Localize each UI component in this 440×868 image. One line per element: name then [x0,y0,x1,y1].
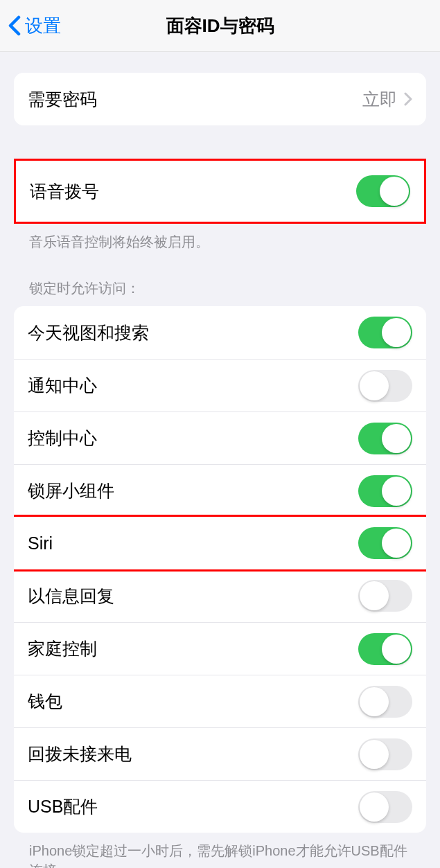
toggle-knob [360,740,389,769]
voice-dial-label: 语音拨号 [30,180,99,203]
allow-access-row: 控制中心 [14,411,426,464]
require-passcode-label: 需要密码 [28,88,97,111]
toggle-knob [382,318,411,347]
toggle-knob [360,687,389,716]
chevron-right-icon [404,92,412,106]
allow-access-label: 锁屏小组件 [28,479,114,502]
allow-access-label: 控制中心 [28,427,97,450]
highlight-wrapper: Siri [14,515,426,572]
allow-access-label: 钱包 [28,690,62,713]
page-title: 面容ID与密码 [166,14,274,38]
back-button[interactable]: 设置 [0,14,61,38]
allow-access-toggle[interactable] [358,317,412,348]
row-right: 立即 [362,88,412,111]
allow-access-toggle[interactable] [358,475,412,507]
allow-access-row: 家庭控制 [14,622,426,675]
require-passcode-group: 需要密码 立即 [14,73,426,125]
voice-dial-group: 语音拨号 [14,159,426,224]
toggle-knob [360,371,389,400]
allow-access-row: Siri [14,517,426,569]
allow-access-label: 通知中心 [28,374,97,397]
require-passcode-value: 立即 [362,88,397,111]
back-label: 设置 [25,14,61,38]
toggle-knob [380,177,409,206]
toggle-knob [360,581,389,610]
toggle-knob [360,792,389,822]
allow-access-label: Siri [28,533,53,553]
allow-access-toggle[interactable] [358,791,412,823]
allow-access-label: 回拨未接来电 [28,743,132,765]
toggle-knob [382,477,411,506]
allow-access-row: 今天视图和搜索 [14,306,426,359]
allow-access-row: 锁屏小组件 [14,464,426,517]
voice-dial-row: 语音拨号 [16,161,424,222]
header: 设置 面容ID与密码 [0,0,440,52]
allow-access-row: 钱包 [14,675,426,727]
usb-footer: iPhone锁定超过一小时后，需先解锁iPhone才能允许USB配件连接。 [14,833,426,868]
toggle-knob [382,424,411,453]
voice-dial-toggle[interactable] [356,175,410,207]
allow-access-toggle[interactable] [358,527,412,559]
allow-access-row: 通知中心 [14,359,426,411]
allow-access-label: 今天视图和搜索 [28,321,149,344]
allow-access-toggle[interactable] [358,580,412,612]
allow-access-label: 家庭控制 [28,637,97,660]
require-passcode-row[interactable]: 需要密码 立即 [14,73,426,125]
allow-access-label: USB配件 [28,795,98,818]
toggle-knob [382,529,411,558]
allow-access-row: 以信息回复 [14,569,426,622]
chevron-left-icon [8,15,21,36]
allow-access-toggle[interactable] [358,633,412,665]
allow-access-group: 今天视图和搜索通知中心控制中心锁屏小组件Siri以信息回复家庭控制钱包回拨未接来… [14,306,426,833]
content: 需要密码 立即 语音拨号 音乐语音控制将始终被启用。 锁定时允许访问： 今天视图… [0,52,440,868]
allow-access-toggle[interactable] [358,686,412,718]
allow-access-toggle[interactable] [358,370,412,402]
allow-access-toggle[interactable] [358,423,412,454]
toggle-knob [382,635,411,664]
allow-access-row: 回拨未接来电 [14,727,426,780]
allow-access-header: 锁定时允许访问： [14,260,426,306]
allow-access-row: USB配件 [14,780,426,833]
allow-access-label: 以信息回复 [28,585,114,608]
allow-access-toggle[interactable] [358,738,412,770]
voice-dial-footer: 音乐语音控制将始终被启用。 [14,224,426,260]
